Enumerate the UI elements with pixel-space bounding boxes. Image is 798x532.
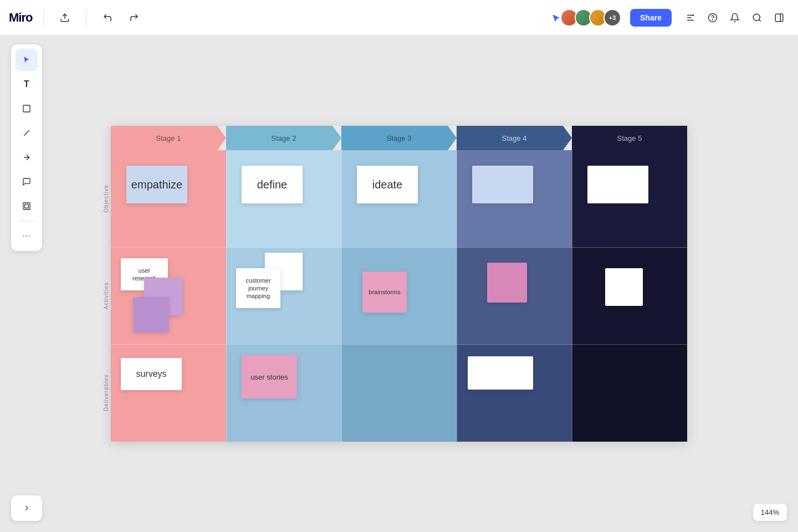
ideate-card[interactable]: ideate	[357, 166, 418, 203]
settings-button[interactable]	[681, 8, 700, 28]
purple-sticky-2[interactable]	[133, 297, 169, 332]
cell-s5-del	[572, 344, 687, 442]
canvas[interactable]: Stage 1 Stage 2 Stage 3 Stage 4 Stage 5 …	[0, 35, 798, 532]
share-button[interactable]: Share	[630, 9, 672, 27]
blank-sticky-s5[interactable]	[605, 268, 643, 306]
topbar: Miro	[0, 0, 798, 35]
column-3: ideate brainstorms	[341, 150, 457, 442]
activities-label-container: Activities	[101, 247, 111, 344]
frame-tool[interactable]	[16, 195, 38, 217]
topbar-left: Miro	[9, 8, 144, 28]
cursor-tool[interactable]	[16, 49, 38, 71]
stage-4-header: Stage 4	[457, 126, 572, 150]
col-divider-1	[226, 150, 227, 442]
board: Stage 1 Stage 2 Stage 3 Stage 4 Stage 5 …	[111, 126, 687, 442]
activities-label: Activities	[103, 282, 109, 309]
cell-s1-del: surveys	[111, 344, 226, 442]
topbar-divider2	[86, 9, 86, 26]
column-5	[572, 150, 687, 442]
svg-point-7	[753, 14, 760, 21]
surveys-card[interactable]: surveys	[121, 358, 182, 390]
help-button[interactable]	[703, 8, 723, 28]
column-2: define customerjourneymapping user stori…	[226, 150, 341, 442]
cell-s5-obj	[572, 150, 687, 247]
user-stories-card[interactable]: user stories	[242, 355, 297, 398]
customer-journey-card[interactable]: customerjourneymapping	[236, 268, 280, 308]
cell-s1-obj: empathize	[111, 150, 226, 247]
topbar-divider	[43, 9, 44, 26]
tool-separator	[18, 221, 35, 221]
stage-3-header: Stage 3	[341, 126, 457, 150]
svg-line-8	[759, 19, 760, 21]
row-divider-2	[111, 344, 687, 345]
collaborators: +3	[548, 9, 621, 27]
blank-card-s4-obj[interactable]	[472, 166, 533, 203]
brainstorms-card[interactable]: brainstorms	[362, 272, 407, 313]
empathize-card[interactable]: empathize	[126, 166, 187, 203]
topbar-right-icons	[681, 8, 789, 28]
cell-s3-obj: ideate	[341, 150, 457, 247]
svg-rect-14	[25, 204, 29, 208]
row-divider-1	[111, 247, 687, 248]
cell-s2-obj: define	[226, 150, 341, 247]
redo-button[interactable]	[124, 8, 144, 28]
svg-point-4	[692, 14, 694, 16]
cell-s2-act: customerjourneymapping	[226, 247, 341, 344]
zoom-indicator[interactable]: 144%	[753, 504, 787, 521]
undo-button[interactable]	[98, 8, 117, 28]
svg-line-12	[24, 130, 29, 135]
column-4	[457, 150, 572, 442]
left-toolbar: T ···	[11, 44, 42, 251]
define-card[interactable]: define	[242, 166, 303, 203]
blank-card-s5-obj[interactable]	[587, 166, 648, 203]
avatar-count: +3	[603, 9, 621, 27]
arrow-tool[interactable]	[16, 146, 38, 168]
cell-s3-del	[341, 344, 457, 442]
text-tool[interactable]: T	[16, 73, 38, 95]
upload-button[interactable]	[55, 8, 75, 28]
cell-s4-obj	[457, 150, 572, 247]
cell-s2-del: user stories	[226, 344, 341, 442]
cell-s5-act	[572, 247, 687, 344]
deliverables-label-container: Deliverables	[101, 344, 111, 442]
svg-rect-9	[775, 14, 783, 22]
topbar-right: +3 Share	[548, 8, 789, 28]
svg-rect-11	[23, 105, 30, 112]
col-divider-4	[572, 150, 572, 442]
col-divider-3	[457, 150, 457, 442]
board-body: Objective Activities Deliverables empath…	[111, 150, 687, 442]
cell-s3-act: brainstorms	[341, 247, 457, 344]
stage-1-header: Stage 1	[111, 126, 226, 150]
comment-tool[interactable]	[16, 171, 38, 193]
search-button[interactable]	[747, 8, 767, 28]
cell-s1-act: userresearch	[111, 247, 226, 344]
blank-card-s4-del[interactable]	[468, 356, 533, 390]
objective-label: Objective	[103, 185, 109, 213]
stage-5-header: Stage 5	[572, 126, 687, 150]
svg-rect-13	[23, 203, 30, 209]
objective-label-container: Objective	[101, 150, 111, 247]
sticky-tool[interactable]	[16, 98, 38, 120]
stage-2-header: Stage 2	[226, 126, 341, 150]
cell-s4-del	[457, 344, 572, 442]
bottom-left-panel[interactable]	[11, 495, 42, 521]
more-tools-button[interactable]: ···	[16, 224, 38, 247]
miro-logo: Miro	[9, 11, 32, 25]
stages-header: Stage 1 Stage 2 Stage 3 Stage 4 Stage 5	[111, 126, 687, 150]
column-1: empathize userresearch surveys	[111, 150, 226, 442]
col-divider-2	[341, 150, 342, 442]
pink-sticky-s4[interactable]	[487, 263, 527, 303]
panel-button[interactable]	[769, 8, 789, 28]
pen-tool[interactable]	[16, 122, 38, 144]
notifications-button[interactable]	[725, 8, 745, 28]
cell-s4-act	[457, 247, 572, 344]
deliverables-label: Deliverables	[103, 374, 109, 411]
